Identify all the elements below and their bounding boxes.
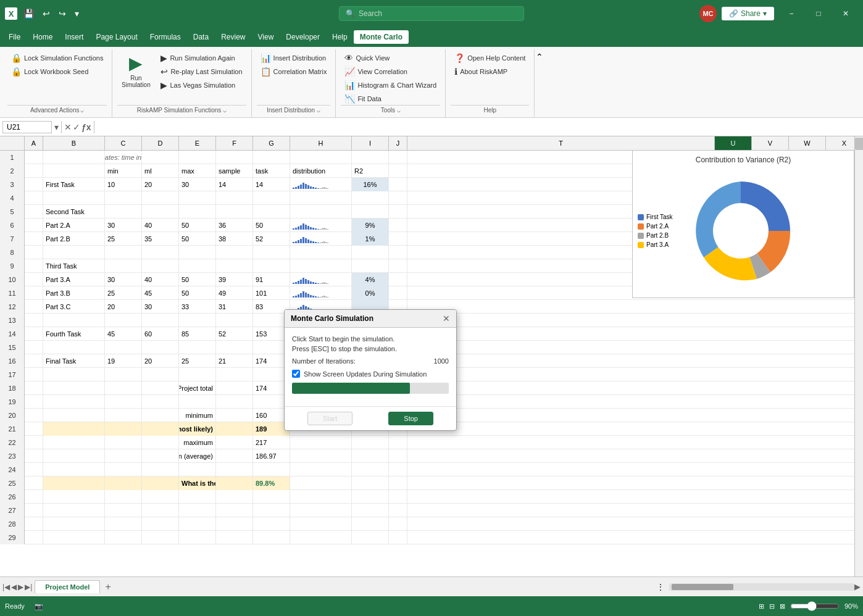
cell-E24[interactable] <box>179 463 216 477</box>
cell-B28[interactable] <box>43 517 105 531</box>
cell-B14[interactable]: Fourth Task <box>43 327 105 341</box>
cell-F15[interactable] <box>216 341 253 354</box>
restore-button[interactable]: □ <box>806 5 831 22</box>
cell-A2[interactable] <box>25 164 43 178</box>
cell-B19[interactable] <box>43 395 105 409</box>
cell-I22[interactable] <box>352 436 389 449</box>
expand-icon[interactable]: ⌵ <box>80 107 84 114</box>
fit-data-button[interactable]: 📉 Fit Data <box>341 93 440 105</box>
cell-C3[interactable]: 10 <box>105 178 142 191</box>
cell-J27[interactable] <box>389 504 407 517</box>
cell-E5[interactable] <box>179 205 216 219</box>
cell-F27[interactable] <box>216 504 253 517</box>
cell-F11[interactable]: 49 <box>216 286 253 300</box>
menu-formulas[interactable]: Formulas <box>144 30 187 44</box>
cell-F13[interactable] <box>216 314 253 327</box>
cell-G2[interactable]: task <box>253 164 290 178</box>
formula-input[interactable] <box>97 122 861 133</box>
cell-J8[interactable] <box>389 246 407 259</box>
menu-view[interactable]: View <box>252 30 280 44</box>
cell-E20[interactable]: minimum <box>179 409 216 422</box>
cell-A3[interactable] <box>25 178 43 191</box>
cell-A25[interactable] <box>25 477 43 490</box>
cell-J11[interactable] <box>389 286 407 300</box>
cell-C20[interactable] <box>105 409 142 422</box>
cell-E28[interactable] <box>179 517 216 531</box>
cell-B11[interactable]: Part 3.B <box>43 286 105 300</box>
insert-function-icon[interactable]: ƒx <box>81 122 91 132</box>
cell-C21[interactable] <box>105 422 142 436</box>
cell-C24[interactable] <box>105 463 142 477</box>
cell-H2[interactable]: distribution <box>290 164 352 178</box>
cell-G10[interactable]: 91 <box>253 273 290 286</box>
cell-J23[interactable] <box>389 449 407 463</box>
cell-H6[interactable] <box>290 219 352 232</box>
nav-next-button[interactable]: ▶ <box>18 583 23 591</box>
cell-reference[interactable]: U21 <box>2 121 52 133</box>
cell-D21[interactable] <box>142 422 179 436</box>
cell-E19[interactable] <box>179 395 216 409</box>
cell-A19[interactable] <box>25 395 43 409</box>
cell-F23[interactable] <box>216 449 253 463</box>
cell-C13[interactable] <box>105 314 142 327</box>
cell-D22[interactable] <box>142 436 179 449</box>
modal-close-button[interactable]: ✕ <box>443 314 450 323</box>
menu-file[interactable]: File <box>2 30 27 44</box>
cell-A13[interactable] <box>25 314 43 327</box>
cell-C17[interactable] <box>105 368 142 381</box>
cell-F10[interactable]: 39 <box>216 273 253 286</box>
cell-E8[interactable] <box>179 246 216 259</box>
cell-A16[interactable] <box>25 354 43 368</box>
cell-I1[interactable] <box>352 151 389 164</box>
col-header-D[interactable]: D <box>142 136 179 150</box>
col-header-G[interactable]: G <box>253 136 290 150</box>
cell-C12[interactable]: 20 <box>105 300 142 314</box>
cell-F9[interactable] <box>216 259 253 273</box>
histogram-chart-wizard-button[interactable]: 📊 Histogram & Chart Wizard <box>341 79 440 91</box>
cell-B3[interactable]: First Task <box>43 178 105 191</box>
sheet-tab-project-model[interactable]: Project Model <box>35 580 100 593</box>
col-header-A[interactable]: A <box>25 136 43 150</box>
cell-I24[interactable] <box>352 463 389 477</box>
menu-page-layout[interactable]: Page Layout <box>90 30 143 44</box>
cell-B22[interactable] <box>43 436 105 449</box>
cell-H24[interactable] <box>290 463 352 477</box>
cell-C25[interactable] <box>105 477 142 490</box>
cell-I26[interactable] <box>352 490 389 504</box>
cell-E6[interactable]: 50 <box>179 219 216 232</box>
about-riskamp-button[interactable]: ℹ About RiskAMP <box>451 65 529 78</box>
minimize-button[interactable]: − <box>779 5 804 22</box>
cell-H25[interactable] <box>290 477 352 490</box>
cell-C2[interactable]: min <box>105 164 142 178</box>
menu-monte-carlo[interactable]: Monte Carlo <box>354 30 409 44</box>
cell-D12[interactable]: 30 <box>142 300 179 314</box>
cell-A5[interactable] <box>25 205 43 219</box>
cell-C8[interactable] <box>105 246 142 259</box>
cell-E7[interactable]: 50 <box>179 232 216 246</box>
nav-first-button[interactable]: |◀ <box>2 583 10 591</box>
cell-E22[interactable]: maximum <box>179 436 216 449</box>
cell-C7[interactable]: 25 <box>105 232 142 246</box>
lock-workbook-seed-button[interactable]: 🔒 Lock Workbook Seed <box>7 65 107 78</box>
lock-simulation-functions-button[interactable]: 🔒 Lock Simulation Functions <box>7 52 107 64</box>
menu-home[interactable]: Home <box>27 30 59 44</box>
cell-D9[interactable] <box>142 259 179 273</box>
cancel-formula-icon[interactable]: ✕ <box>64 122 72 132</box>
cell-E29[interactable] <box>179 531 216 544</box>
scrollbar-thumb[interactable] <box>855 138 863 150</box>
cell-F29[interactable] <box>216 531 253 544</box>
cell-B29[interactable] <box>43 531 105 544</box>
nav-last-button[interactable]: ▶| <box>25 583 32 591</box>
cell-F18[interactable] <box>216 381 253 395</box>
cell-H9[interactable] <box>290 259 352 273</box>
cell-C9[interactable] <box>105 259 142 273</box>
cell-F6[interactable]: 36 <box>216 219 253 232</box>
cell-D24[interactable] <box>142 463 179 477</box>
cell-B24[interactable] <box>43 463 105 477</box>
quick-view-button[interactable]: 👁 Quick View <box>341 52 440 64</box>
cell-I7[interactable]: 1% <box>352 232 389 246</box>
cell-G22[interactable]: 217 <box>253 436 290 449</box>
cell-H7[interactable] <box>290 232 352 246</box>
cell-G6[interactable]: 50 <box>253 219 290 232</box>
cell-A12[interactable] <box>25 300 43 314</box>
